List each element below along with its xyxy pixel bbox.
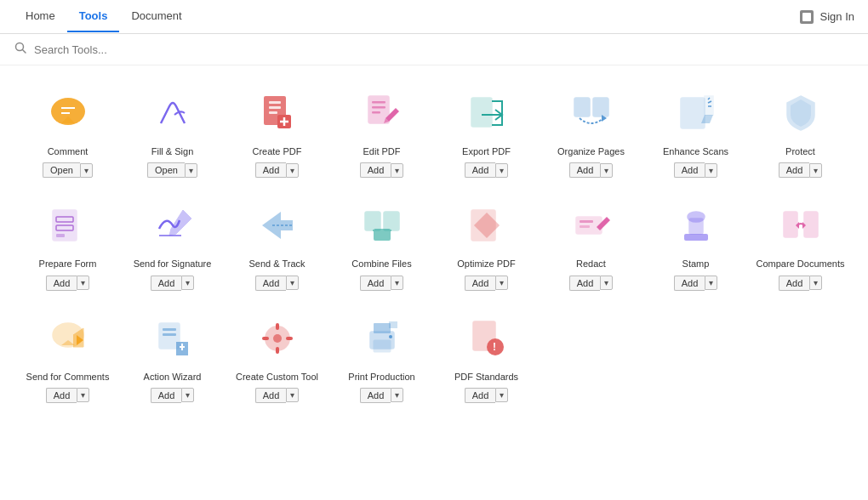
tool-name-send-signature: Send for Signature: [134, 258, 212, 270]
tool-dropdown-btn-redact[interactable]: ▾: [600, 276, 613, 290]
tool-add-btn-combine[interactable]: Add: [360, 276, 391, 291]
custom-tool-icon: [250, 311, 305, 366]
tool-add-btn-action-wizard[interactable]: Add: [151, 388, 182, 403]
svg-rect-9: [269, 101, 281, 104]
search-input[interactable]: [34, 43, 204, 56]
tools-area: Comment Open ▾ Fill & Sign Open ▾ Create…: [0, 65, 868, 496]
tool-dropdown-btn-optimize[interactable]: ▾: [495, 276, 508, 290]
main-content: Comment Open ▾ Fill & Sign Open ▾ Create…: [0, 65, 868, 496]
tool-add-btn-organize[interactable]: Add: [569, 162, 601, 178]
svg-rect-59: [286, 337, 293, 340]
send-signature-icon: [146, 198, 200, 253]
organize-icon: [564, 86, 619, 140]
tool-name-combine: Combine Files: [351, 258, 411, 270]
tool-add-btn-optimize[interactable]: Add: [465, 276, 496, 291]
tool-name-optimize: Optimize PDF: [457, 258, 515, 270]
svg-rect-45: [804, 212, 818, 237]
tool-item-redact: Redact Add ▾: [540, 191, 642, 297]
tool-dropdown-btn-edit-pdf[interactable]: ▾: [391, 163, 403, 178]
svg-line-3: [23, 50, 26, 54]
nav-tools[interactable]: Tools: [67, 1, 120, 32]
svg-point-63: [389, 335, 392, 338]
tool-dropdown-btn-prepare-form[interactable]: ▾: [77, 276, 89, 290]
redact-icon: [564, 198, 619, 253]
tool-add-btn-print[interactable]: Add: [360, 388, 391, 403]
tool-item-comment: Comment Open ▾: [17, 79, 118, 185]
tool-dropdown-btn-export-pdf[interactable]: ▾: [495, 163, 508, 178]
export-pdf-icon: [460, 86, 514, 140]
tool-add-btn-edit-pdf[interactable]: Add: [360, 162, 391, 178]
tool-dropdown-btn-pdf-standards[interactable]: ▾: [495, 388, 508, 402]
tool-btn-group-export-pdf: Add ▾: [465, 162, 509, 178]
sign-in-button[interactable]: Sign In: [798, 9, 854, 26]
tool-item-send-track: Send & Track Add ▾: [226, 191, 328, 297]
tool-name-enhance: Enhance Scans: [663, 145, 728, 157]
combine-icon: [355, 198, 409, 253]
tool-add-btn-stamp[interactable]: Add: [674, 276, 705, 291]
tool-add-btn-prepare-form[interactable]: Add: [46, 276, 77, 291]
tool-add-btn-export-pdf[interactable]: Add: [465, 162, 496, 178]
tool-dropdown-btn-send-track[interactable]: ▾: [286, 276, 299, 290]
print-icon: [355, 311, 409, 366]
tool-add-btn-pdf-standards[interactable]: Add: [465, 388, 496, 403]
tool-item-fill-sign: Fill & Sign Open ▾: [122, 79, 223, 185]
tool-dropdown-btn-organize[interactable]: ▾: [600, 163, 613, 178]
svg-rect-39: [580, 220, 593, 223]
tool-add-btn-send-signature[interactable]: Add: [151, 276, 182, 291]
tool-dropdown-btn-custom-tool[interactable]: ▾: [286, 388, 299, 402]
tool-dropdown-btn-stamp[interactable]: ▾: [705, 276, 717, 290]
tool-add-btn-send-comments[interactable]: Add: [46, 388, 77, 403]
tool-open-btn-comment[interactable]: Open: [43, 162, 80, 178]
tool-btn-group-protect: Add ▾: [779, 162, 823, 178]
tool-add-btn-compare[interactable]: Add: [779, 276, 810, 291]
tool-item-protect: Protect Add ▾: [750, 79, 851, 185]
tool-dropdown-btn-print[interactable]: ▾: [391, 388, 403, 402]
tool-add-btn-create-pdf[interactable]: Add: [255, 162, 287, 178]
search-bar: [0, 34, 868, 65]
tool-dropdown-btn-enhance[interactable]: ▾: [705, 163, 717, 178]
top-nav: Home Tools Document Sign In: [0, 0, 868, 34]
tool-name-print: Print Production: [348, 371, 414, 383]
tool-btn-group-create-pdf: Add ▾: [255, 162, 300, 178]
enhance-icon: [669, 86, 723, 140]
tool-btn-group-edit-pdf: Add ▾: [360, 162, 404, 178]
tool-btn-group-send-comments: Add ▾: [46, 388, 90, 403]
svg-rect-24: [681, 98, 705, 128]
tool-item-create-pdf: Create PDF Add ▾: [226, 79, 328, 185]
tool-item-combine: Combine Files Add ▾: [331, 191, 432, 297]
tool-dropdown-btn-send-signature[interactable]: ▾: [181, 276, 194, 290]
tool-open-btn-fill-sign[interactable]: Open: [147, 162, 185, 178]
tool-add-btn-enhance[interactable]: Add: [674, 162, 705, 178]
tool-name-stamp: Stamp: [682, 258, 710, 270]
tool-dropdown-btn-fill-sign[interactable]: ▾: [185, 163, 197, 178]
tool-dropdown-btn-combine[interactable]: ▾: [391, 276, 403, 290]
tool-add-btn-send-track[interactable]: Add: [255, 276, 287, 291]
svg-rect-44: [784, 212, 797, 237]
tool-add-btn-protect[interactable]: Add: [779, 162, 810, 178]
svg-text:!: !: [493, 341, 496, 353]
tool-dropdown-btn-protect[interactable]: ▾: [809, 163, 822, 178]
tool-add-btn-custom-tool[interactable]: Add: [255, 388, 287, 403]
tool-name-comment: Comment: [48, 145, 89, 157]
tool-dropdown-btn-action-wizard[interactable]: ▾: [181, 388, 194, 402]
svg-rect-62: [374, 323, 391, 333]
action-wizard-icon: [146, 311, 200, 366]
tool-item-custom-tool: Create Custom Tool Add ▾: [226, 304, 328, 410]
nav-home[interactable]: Home: [14, 1, 67, 32]
tool-dropdown-btn-compare[interactable]: ▾: [809, 276, 822, 290]
tool-item-compare: Compare Documents Add ▾: [750, 191, 851, 297]
tool-item-stamp: Stamp Add ▾: [645, 191, 746, 297]
svg-rect-28: [56, 234, 65, 237]
tool-btn-group-enhance: Add ▾: [674, 162, 718, 178]
tool-name-redact: Redact: [576, 258, 606, 270]
svg-rect-57: [276, 347, 279, 354]
tool-add-btn-redact[interactable]: Add: [569, 276, 601, 291]
nav-document[interactable]: Document: [119, 1, 193, 32]
tool-dropdown-btn-comment[interactable]: ▾: [80, 163, 93, 178]
svg-rect-18: [372, 111, 380, 114]
svg-rect-61: [374, 340, 391, 352]
tool-name-prepare-form: Prepare Form: [39, 258, 97, 270]
tool-name-send-track: Send & Track: [248, 258, 305, 270]
tool-dropdown-btn-send-comments[interactable]: ▾: [77, 388, 89, 402]
tool-dropdown-btn-create-pdf[interactable]: ▾: [286, 163, 299, 178]
